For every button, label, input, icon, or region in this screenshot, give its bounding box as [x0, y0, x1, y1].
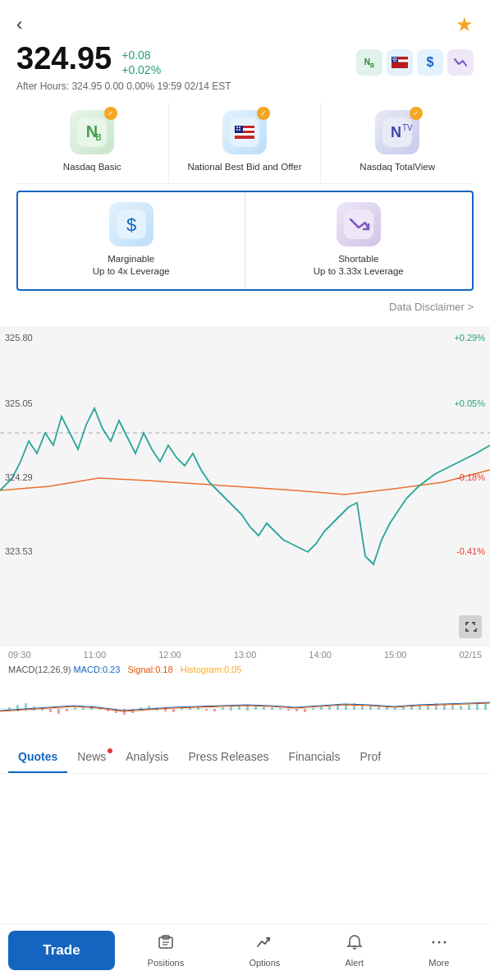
svg-text:TV: TV	[402, 123, 412, 132]
selected-cards-box: $ MarginableUp to 4x Leverage ShortableU…	[16, 191, 474, 291]
tab-quotes[interactable]: Quotes	[8, 742, 67, 773]
tab-analysis[interactable]: Analysis	[116, 742, 178, 773]
fullscreen-button[interactable]	[459, 615, 482, 638]
data-disclaimer[interactable]: Data Disclaimer >	[16, 297, 474, 320]
trade-button[interactable]: Trade	[8, 931, 115, 970]
macd-value: MACD:0.23	[73, 665, 120, 674]
nav-alert[interactable]: Alert	[346, 933, 364, 968]
svg-point-22	[239, 127, 240, 128]
svg-rect-66	[263, 706, 265, 710]
change-amount: +0.08	[121, 48, 161, 62]
nav-more[interactable]: More	[428, 933, 449, 968]
card-nbbo[interactable]: ✓ National Best Bid and Offer	[169, 102, 322, 183]
svg-point-99	[432, 941, 434, 944]
svg-rect-71	[304, 709, 306, 712]
y-label-4-left: 323.53	[5, 546, 33, 556]
svg-rect-67	[271, 707, 273, 710]
bottom-nav: Positions Options Alert More	[115, 933, 482, 968]
card-shortable[interactable]: ShortableUp to 3.33x Leverage	[245, 192, 473, 289]
y-label-top-right: +0.29%	[454, 333, 485, 343]
tab-financials[interactable]: Financials	[278, 742, 350, 773]
news-dot	[108, 748, 112, 753]
card-label-nbbo: National Best Bid and Offer	[187, 161, 301, 173]
back-button[interactable]: ‹	[16, 14, 22, 35]
svg-rect-73	[320, 706, 323, 710]
svg-point-9	[396, 59, 397, 61]
svg-point-101	[443, 941, 446, 944]
macd-header: MACD(12,26,9) MACD:0.23 Signal:0.18 Hist…	[0, 663, 490, 676]
favorite-button[interactable]: ★	[456, 13, 474, 36]
time-axis: 09:30 11:00 12:00 13:00 14:00 15:00 02/1…	[0, 646, 490, 663]
svg-rect-40	[49, 709, 52, 712]
svg-rect-70	[295, 709, 298, 711]
nav-positions[interactable]: Positions	[148, 933, 185, 968]
svg-rect-54	[164, 709, 167, 711]
trend-small-icon[interactable]	[447, 49, 474, 76]
nb-small-icon[interactable]: NB	[356, 49, 382, 76]
svg-rect-92	[476, 704, 479, 710]
svg-point-10	[393, 61, 395, 62]
macd-chart-area	[0, 676, 490, 742]
nav-options-label: Options	[249, 958, 280, 968]
after-hours-change: 0.00	[104, 81, 123, 92]
cards-grid: N B ✓ Nasdaq Basic	[16, 102, 474, 184]
signal-value: Signal:0.18	[128, 665, 173, 674]
macd-svg	[0, 676, 490, 742]
svg-rect-60	[213, 709, 216, 711]
y-label-2-right: +0.05%	[454, 398, 485, 408]
alert-icon	[346, 933, 364, 955]
price-section: 324.95 +0.08 +0.02% After Hours: 324.95 …	[16, 43, 356, 92]
time-label-3: 13:00	[234, 650, 257, 660]
svg-point-100	[437, 941, 440, 944]
svg-rect-61	[222, 707, 224, 710]
tab-press-releases[interactable]: Press Releases	[178, 742, 278, 773]
svg-point-24	[239, 129, 240, 131]
nav-more-label: More	[428, 958, 449, 968]
time-label-0: 09:30	[8, 650, 31, 660]
svg-rect-41	[57, 709, 60, 714]
tab-news[interactable]: News	[67, 742, 116, 773]
nav-alert-label: Alert	[346, 958, 364, 968]
svg-rect-91	[468, 705, 470, 710]
price-change: +0.08 +0.02%	[121, 43, 161, 77]
card-ntv[interactable]: N TV ✓ Nasdaq TotalView	[321, 102, 474, 183]
card-nasdaq-basic[interactable]: N B ✓ Nasdaq Basic	[16, 102, 169, 183]
svg-rect-43	[74, 707, 76, 710]
svg-rect-62	[230, 706, 232, 711]
options-icon	[255, 933, 273, 955]
svg-rect-59	[205, 709, 208, 711]
time-label-4: 14:00	[309, 650, 332, 660]
tabs-row: Quotes News Analysis Press Releases Fina…	[0, 742, 490, 774]
y-label-3-right: -0.18%	[456, 472, 485, 482]
svg-rect-20	[235, 126, 243, 133]
nav-options[interactable]: Options	[249, 933, 280, 968]
y-label-2-left: 325.05	[5, 398, 33, 408]
bottom-bar: Trade Positions Options Alert More	[0, 923, 490, 980]
svg-rect-1	[392, 62, 408, 68]
positions-icon	[157, 933, 175, 955]
svg-rect-55	[172, 709, 175, 712]
svg-rect-19	[235, 136, 254, 139]
card-marginable[interactable]: $ MarginableUp to 4x Leverage	[18, 192, 245, 289]
svg-point-4	[392, 58, 394, 59]
nbbo-small-icon[interactable]	[387, 49, 413, 76]
chart-svg	[0, 326, 490, 646]
svg-text:B: B	[96, 133, 102, 142]
time-label-1: 11:00	[84, 650, 107, 660]
dollar-small-icon[interactable]: $	[417, 49, 443, 76]
header: ‹ ★	[0, 0, 490, 43]
svg-point-7	[392, 59, 394, 61]
more-icon	[430, 933, 448, 955]
macd-label: MACD(12,26,9)	[8, 665, 71, 674]
after-hours-pct: 0.00%	[126, 81, 154, 92]
y-label-4-right: -0.41%	[456, 546, 485, 556]
svg-point-6	[396, 58, 397, 59]
svg-point-11	[395, 61, 396, 62]
card-label-marginable: MarginableUp to 4x Leverage	[93, 253, 170, 278]
tab-prof[interactable]: Prof	[350, 742, 391, 773]
check-badge-ntv: ✓	[410, 107, 423, 120]
card-label-shortable: ShortableUp to 3.33x Leverage	[314, 253, 404, 278]
price-main: 324.95	[16, 43, 112, 74]
svg-rect-42	[66, 709, 68, 711]
svg-text:N: N	[391, 124, 401, 140]
